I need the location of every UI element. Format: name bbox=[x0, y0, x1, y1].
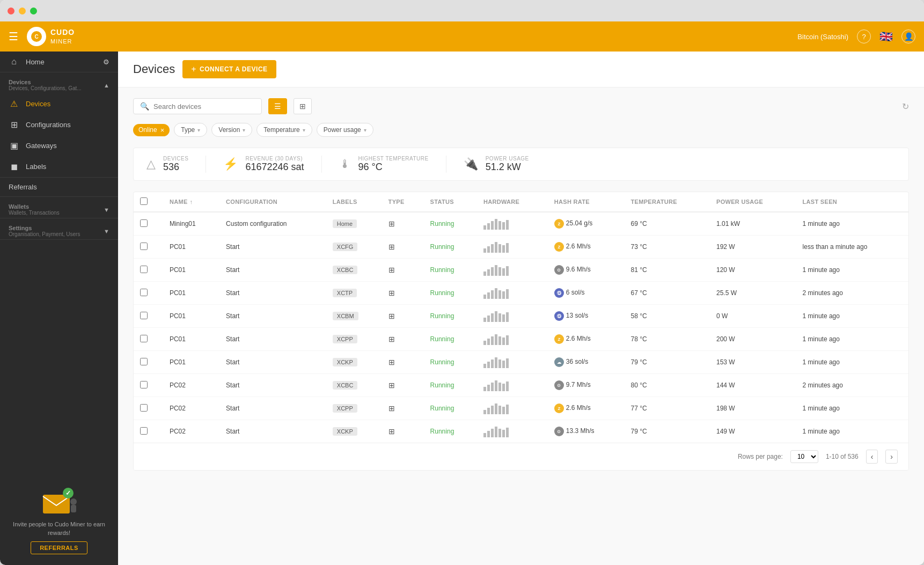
main-content: Devices + CONNECT A DEVICE 🔍 ☰ ⊞ ↻ bbox=[118, 52, 924, 565]
sidebar-settings-expand[interactable]: ▼ bbox=[104, 228, 109, 234]
version-filter-dropdown[interactable]: Version ▾ bbox=[211, 123, 252, 137]
table-header: Name ↑ Configuration Labels Type Status … bbox=[134, 192, 908, 212]
svg-rect-13 bbox=[506, 220, 509, 230]
row-checkbox[interactable] bbox=[140, 289, 148, 296]
svg-rect-39 bbox=[498, 313, 501, 322]
svg-rect-76 bbox=[506, 428, 509, 437]
name-sort[interactable]: Name ↑ bbox=[170, 199, 213, 205]
row-label: XCBC bbox=[326, 259, 382, 282]
windows-icon: ⊞ bbox=[388, 266, 395, 274]
svg-rect-30 bbox=[491, 290, 494, 299]
rows-per-page-select[interactable]: 10 25 50 bbox=[790, 450, 818, 463]
name-header[interactable]: Name ↑ bbox=[163, 192, 219, 212]
sidebar-item-home[interactable]: ⌂ Home ⚙ bbox=[0, 52, 118, 72]
row-hashrate: ⑬13 sol/s bbox=[548, 305, 625, 328]
temperature-stat-value: 96 °C bbox=[358, 162, 429, 173]
row-hardware bbox=[477, 351, 548, 374]
sidebar-wallets-expand[interactable]: ▼ bbox=[104, 207, 109, 213]
row-config: Start bbox=[219, 282, 326, 305]
sidebar-item-labels[interactable]: ◼ Labels bbox=[0, 156, 118, 177]
next-page-button[interactable]: › bbox=[885, 450, 898, 464]
sidebar-item-referrals[interactable]: Referrals bbox=[0, 178, 118, 196]
svg-rect-17 bbox=[495, 242, 497, 253]
table-row: Mining01 Custom configuration Home ⊞ Run… bbox=[134, 212, 908, 236]
online-tag-close[interactable]: × bbox=[160, 126, 165, 134]
row-power: 0 W bbox=[710, 305, 796, 328]
online-filter-tag[interactable]: Online × bbox=[133, 124, 170, 136]
type-filter-dropdown[interactable]: Type ▾ bbox=[174, 123, 207, 137]
grid-view-button[interactable]: ⊞ bbox=[294, 98, 312, 114]
sidebar-devices-collapse[interactable]: ▲ bbox=[104, 82, 109, 89]
svg-rect-18 bbox=[498, 244, 501, 253]
page-title: Devices bbox=[133, 62, 175, 76]
row-checkbox[interactable] bbox=[140, 312, 148, 319]
row-temperature: 80 °C bbox=[625, 374, 710, 397]
devices-table-container: Name ↑ Configuration Labels Type Status … bbox=[133, 192, 909, 471]
row-checkbox-cell bbox=[134, 259, 163, 282]
table-row: PC01 Start XCFG ⊞ Running Z2.6 Mh/s 73 °… bbox=[134, 236, 908, 259]
titlebar bbox=[0, 0, 924, 21]
svg-rect-66 bbox=[495, 403, 497, 414]
row-checkbox[interactable] bbox=[140, 335, 148, 342]
gateways-icon: ▣ bbox=[9, 141, 19, 151]
svg-rect-24 bbox=[495, 265, 497, 276]
svg-rect-36 bbox=[487, 315, 490, 322]
svg-rect-58 bbox=[491, 383, 494, 391]
svg-rect-49 bbox=[483, 364, 486, 368]
row-temperature: 73 °C bbox=[625, 236, 710, 259]
sidebar-item-gateways[interactable]: ▣ Gateways bbox=[0, 135, 118, 156]
select-all-checkbox[interactable] bbox=[140, 197, 148, 205]
row-checkbox[interactable] bbox=[140, 358, 148, 365]
row-checkbox[interactable] bbox=[140, 243, 148, 250]
filters-bar: Online × Type ▾ Version ▾ Temperature ▾ bbox=[133, 123, 909, 137]
table-row: PC01 Start XCPP ⊞ Running Z2.6 Mh/s 78 °… bbox=[134, 328, 908, 351]
windows-icon: ⊞ bbox=[388, 243, 395, 251]
minimize-btn[interactable] bbox=[19, 8, 26, 14]
currency-label[interactable]: Bitcoin (Satoshi) bbox=[797, 33, 848, 41]
search-input[interactable] bbox=[153, 102, 255, 111]
row-checkbox[interactable] bbox=[140, 427, 148, 435]
row-name: PC01 bbox=[163, 259, 219, 282]
svg-text:C: C bbox=[34, 34, 38, 40]
row-checkbox[interactable] bbox=[140, 219, 148, 227]
close-btn[interactable] bbox=[8, 8, 14, 14]
row-power: 25.5 W bbox=[710, 282, 796, 305]
row-hashrate: ⊙9.6 Mh/s bbox=[548, 259, 625, 282]
help-icon[interactable]: ? bbox=[857, 30, 871, 43]
prev-page-button[interactable]: ‹ bbox=[866, 450, 878, 464]
maximize-btn[interactable] bbox=[30, 8, 37, 14]
flag-icon[interactable]: 🇬🇧 bbox=[879, 30, 893, 43]
svg-rect-34 bbox=[506, 289, 509, 299]
row-power: 149 W bbox=[710, 420, 796, 443]
svg-rect-44 bbox=[491, 336, 494, 345]
row-checkbox[interactable] bbox=[140, 266, 148, 273]
temperature-filter-dropdown[interactable]: Temperature ▾ bbox=[256, 123, 312, 137]
power-stat-value: 51.2 kW bbox=[486, 162, 529, 173]
row-lastseen: 1 minute ago bbox=[796, 397, 908, 420]
user-icon[interactable]: 👤 bbox=[901, 30, 915, 43]
svg-rect-48 bbox=[506, 335, 509, 345]
hardware-header: Hardware bbox=[477, 192, 548, 212]
svg-rect-6 bbox=[71, 505, 76, 512]
row-checkbox[interactable] bbox=[140, 381, 148, 388]
refresh-button[interactable]: ↻ bbox=[902, 101, 909, 112]
referrals-button[interactable]: REFERRALS bbox=[31, 541, 87, 554]
type-filter-label: Type bbox=[181, 126, 195, 134]
row-lastseen: 2 minutes ago bbox=[796, 374, 908, 397]
sidebar-item-devices[interactable]: ⚠ Devices bbox=[0, 93, 118, 114]
search-icon: 🔍 bbox=[140, 102, 149, 111]
hamburger-menu[interactable]: ☰ bbox=[9, 30, 18, 43]
gear-icon[interactable]: ⚙ bbox=[103, 58, 109, 66]
row-hardware bbox=[477, 420, 548, 443]
svg-rect-9 bbox=[491, 221, 494, 230]
svg-rect-72 bbox=[491, 429, 494, 437]
sidebar-item-configurations[interactable]: ⊞ Configurations bbox=[0, 114, 118, 135]
row-hardware bbox=[477, 374, 548, 397]
logo-text: CUDOMINER bbox=[50, 28, 75, 45]
power-filter-dropdown[interactable]: Power usage ▾ bbox=[317, 123, 373, 137]
windows-icon: ⊞ bbox=[388, 358, 395, 366]
row-checkbox-cell bbox=[134, 305, 163, 328]
list-view-button[interactable]: ☰ bbox=[268, 98, 287, 114]
connect-device-button[interactable]: + CONNECT A DEVICE bbox=[182, 60, 276, 78]
row-checkbox[interactable] bbox=[140, 404, 148, 412]
